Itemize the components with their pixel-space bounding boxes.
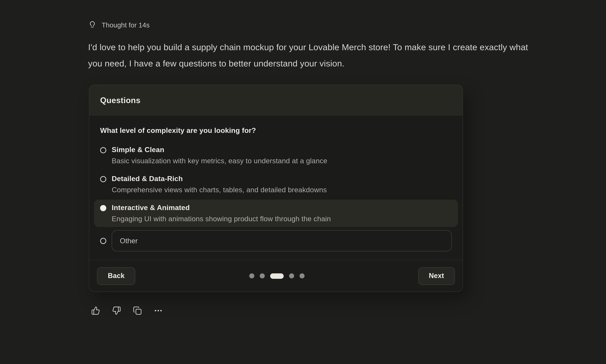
option-description: Engaging UI with animations showing prod…	[112, 215, 331, 223]
other-input[interactable]	[112, 230, 452, 251]
thumbs-up-button[interactable]	[91, 306, 100, 315]
pagination-dot	[289, 273, 294, 278]
radio-icon[interactable]	[100, 205, 106, 211]
thumbs-down-icon	[112, 306, 121, 315]
copy-icon	[133, 306, 142, 315]
option-description: Comprehensive views with charts, tables,…	[112, 186, 327, 194]
lightbulb-icon	[88, 21, 97, 29]
thought-label: Thought for 14s	[102, 21, 149, 29]
pagination-dot	[249, 273, 254, 278]
thumbs-down-button[interactable]	[112, 306, 121, 315]
option-title: Detailed & Data-Rich	[112, 175, 327, 183]
radio-icon[interactable]	[100, 147, 106, 153]
message-actions	[91, 306, 544, 315]
pagination-dot	[299, 273, 305, 278]
assistant-message-text: I'd love to help you build a supply chai…	[88, 39, 537, 72]
radio-icon[interactable]	[100, 176, 106, 182]
questions-card: Questions What level of complexity are y…	[89, 85, 463, 292]
questions-card-body: What level of complexity are you looking…	[89, 116, 463, 260]
option-title: Simple & Clean	[112, 146, 327, 154]
option-description: Basic visualization with key metrics, ea…	[112, 157, 327, 165]
option-simple-clean[interactable]: Simple & Clean Basic visualization with …	[94, 142, 458, 169]
option-detailed-data-rich[interactable]: Detailed & Data-Rich Comprehensive views…	[94, 171, 458, 198]
copy-button[interactable]	[133, 306, 142, 315]
next-button[interactable]: Next	[418, 267, 455, 285]
card-title: Questions	[100, 96, 140, 105]
pagination-dot-active	[270, 273, 283, 279]
radio-icon[interactable]	[100, 238, 106, 244]
thumbs-up-icon	[91, 306, 100, 315]
questions-card-header: Questions	[89, 85, 463, 116]
chat-message-area: Thought for 14s I'd love to help you bui…	[0, 0, 606, 364]
option-interactive-animated[interactable]: Interactive & Animated Engaging UI with …	[94, 200, 458, 227]
questions-card-footer: Back Next	[89, 260, 463, 291]
pagination-dot	[259, 273, 265, 278]
more-options-button[interactable]	[154, 306, 163, 315]
thought-toggle[interactable]: Thought for 14s	[88, 21, 544, 29]
ellipsis-icon	[154, 306, 163, 315]
question-text: What level of complexity are you looking…	[100, 126, 452, 135]
pagination-dots	[249, 273, 304, 279]
option-other[interactable]	[100, 230, 452, 251]
back-button[interactable]: Back	[97, 267, 135, 285]
option-title: Interactive & Animated	[112, 204, 331, 212]
